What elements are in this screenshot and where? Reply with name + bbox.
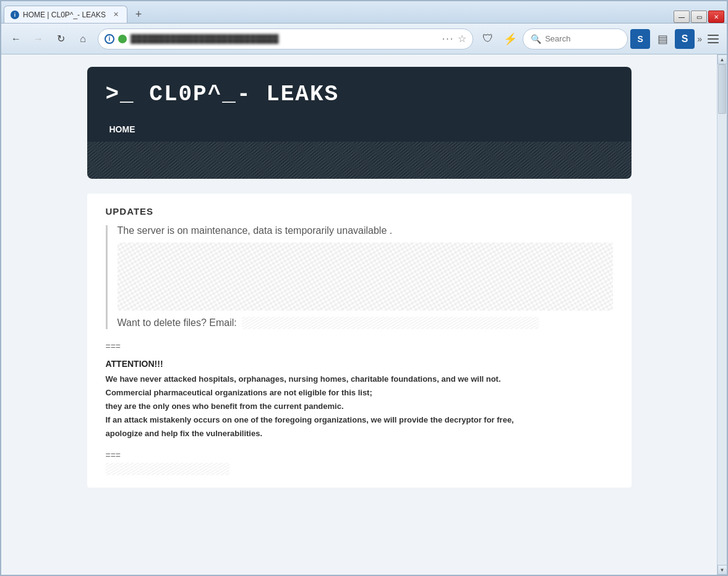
extensions-icon[interactable]: ⚡	[500, 29, 520, 49]
email-line: Want to delete files? Email:	[118, 317, 613, 329]
close-button[interactable]: ✕	[708, 11, 724, 23]
separator-2: ===	[106, 450, 613, 460]
email-redacted	[242, 317, 539, 329]
minimize-button[interactable]: —	[674, 11, 690, 23]
email-label: Want to delete files? Email:	[118, 317, 237, 329]
search-icon: 🔍	[531, 34, 541, 44]
nav-bar: ← → ↻ ⌂ i ██████████████████████████ ···…	[1, 24, 727, 54]
attention-line-4: If an attack mistakenly occurs on one of…	[106, 415, 514, 424]
content-area: UPDATES The server is on maintenance, da…	[87, 194, 632, 488]
menu-line-3	[708, 42, 719, 43]
info-icon: i	[105, 34, 114, 44]
menu-line-1	[708, 35, 719, 36]
more-tools-icon[interactable]: »	[697, 34, 702, 44]
page-content: >_ CL0P^_- LEAKS HOME UPDATES The server…	[50, 54, 669, 500]
scroll-down-button[interactable]: ▼	[717, 565, 727, 575]
search-bar[interactable]: 🔍	[523, 28, 628, 49]
site-title-bar: >_ CL0P^_- LEAKS	[87, 67, 632, 117]
reader-mode-icon[interactable]: ▤	[653, 29, 672, 49]
attention-text: We have never attacked hospitals, orphan…	[106, 372, 613, 441]
sidebar-icon[interactable]: S	[675, 29, 695, 49]
active-tab[interactable]: i HOME | CL0P^_- LEAKS ✕	[4, 6, 127, 23]
home-button[interactable]: ⌂	[73, 29, 93, 49]
updates-heading: UPDATES	[106, 206, 613, 217]
site-header: >_ CL0P^_- LEAKS HOME	[87, 67, 632, 179]
bookmark-icon[interactable]: ☆	[458, 33, 466, 45]
address-bar[interactable]: i ██████████████████████████ ··· ☆	[98, 28, 473, 49]
browser-content: >_ CL0P^_- LEAKS HOME UPDATES The server…	[1, 54, 727, 575]
updates-box: The server is on maintenance, data is te…	[106, 225, 613, 329]
header-pattern	[87, 142, 632, 179]
page-area[interactable]: >_ CL0P^_- LEAKS HOME UPDATES The server…	[1, 54, 717, 575]
shield-icon[interactable]: 🛡	[478, 29, 498, 49]
menu-line-2	[708, 38, 719, 40]
tab-title: HOME | CL0P^_- LEAKS	[23, 11, 107, 19]
tab-favicon: i	[11, 11, 19, 19]
attention-line-1: We have never attacked hospitals, orphan…	[106, 374, 501, 384]
scrollbar[interactable]: ▲ ▼	[717, 54, 727, 575]
menu-button[interactable]	[704, 30, 722, 48]
scrollbar-track-area[interactable]	[717, 64, 727, 565]
reload-button[interactable]: ↻	[51, 29, 71, 49]
attention-line-5: apologize and help fix the vulnerabiliti…	[106, 429, 263, 438]
maximize-button[interactable]: ▭	[691, 11, 707, 23]
title-bar: i HOME | CL0P^_- LEAKS ✕ + — ▭ ✕	[1, 1, 727, 24]
url-text: ██████████████████████████	[131, 34, 439, 43]
forward-button[interactable]: →	[28, 29, 48, 49]
back-button[interactable]: ←	[6, 29, 26, 49]
search-input[interactable]	[545, 34, 620, 43]
maintenance-text: The server is on maintenance, data is te…	[118, 225, 613, 236]
scroll-up-button[interactable]: ▲	[717, 54, 727, 64]
site-nav: HOME	[87, 117, 632, 142]
site-title: >_ CL0P^_- LEAKS	[106, 82, 613, 107]
security-dot	[118, 35, 127, 43]
attention-line-2: Commercial pharmaceutical organizations …	[106, 388, 372, 397]
bottom-redacted	[106, 463, 229, 475]
attention-line-3: they are the only ones who benefit from …	[106, 402, 344, 411]
attention-heading: ATTENTION!!!	[106, 359, 613, 369]
browser-window: i HOME | CL0P^_- LEAKS ✕ + — ▭ ✕ ← → ↻ ⌂…	[0, 0, 728, 576]
new-tab-button[interactable]: +	[130, 6, 147, 23]
tab-close-button[interactable]: ✕	[111, 10, 121, 20]
window-controls: — ▭ ✕	[674, 8, 727, 23]
sync-icon[interactable]: S	[630, 29, 650, 49]
nav-home[interactable]: HOME	[100, 117, 145, 142]
separator-1: ===	[106, 342, 613, 351]
redacted-content-1	[118, 243, 613, 311]
scrollbar-thumb[interactable]	[718, 64, 726, 114]
tab-strip: i HOME | CL0P^_- LEAKS ✕ +	[1, 1, 147, 23]
more-options-icon[interactable]: ···	[442, 33, 454, 45]
